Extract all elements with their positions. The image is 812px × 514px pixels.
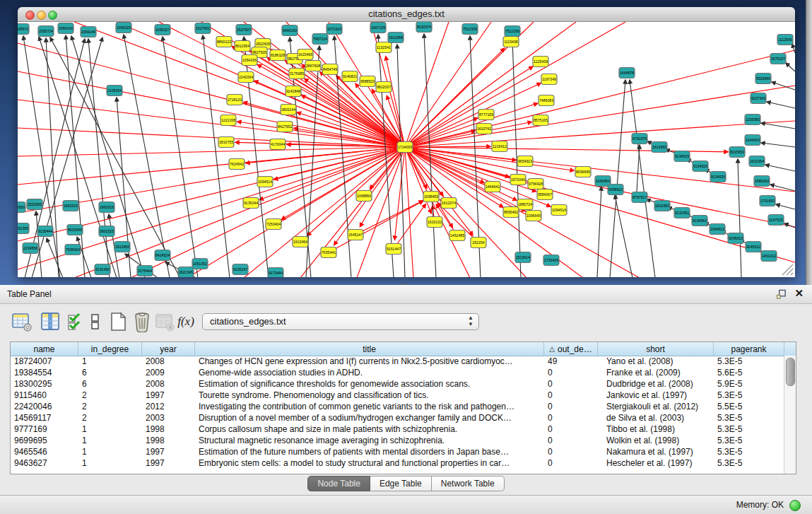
graph-node[interactable]: 7512335 <box>462 24 478 35</box>
graph-node[interactable]: 9822037 <box>376 82 392 93</box>
graph-node[interactable]: 1513614 <box>515 252 531 263</box>
graph-node[interactable]: 2621345 <box>178 267 194 278</box>
graph-edge-black[interactable] <box>50 37 180 277</box>
graph-node[interactable]: 1527607 <box>236 25 252 35</box>
graph-node[interactable]: 9654923 <box>517 156 533 167</box>
column-header-title[interactable]: title <box>195 342 544 356</box>
graph-edge-black[interactable] <box>124 35 170 277</box>
graph-node[interactable]: 1913455 <box>652 142 667 153</box>
graph-edge-black[interactable] <box>767 102 795 108</box>
graph-node[interactable]: 8777165 <box>478 110 494 120</box>
network-graph[interactable]: 1724005886012389129541822605982750581863… <box>18 22 795 277</box>
graph-node[interactable]: 1132541 <box>376 42 392 53</box>
graph-node[interactable]: 8427552 <box>277 122 293 132</box>
graph-node[interactable]: 8186328 <box>270 50 286 61</box>
graph-node[interactable]: 1221338 <box>220 115 236 126</box>
graph-node[interactable]: 1464641 <box>485 182 500 192</box>
table-selector-dropdown[interactable]: citations_edges.txt ▲▼ <box>202 313 479 330</box>
graph-node[interactable]: 9329966 <box>755 74 771 84</box>
graph-node[interactable]: 2718120 <box>227 95 242 105</box>
graph-node[interactable]: 1589293 <box>754 176 770 187</box>
graph-node[interactable]: 7624542 <box>229 159 245 170</box>
graph-node[interactable]: 3051355 <box>18 223 29 234</box>
graph-node[interactable]: 1197349 <box>541 74 557 85</box>
graph-edge-red[interactable] <box>131 147 405 277</box>
graph-edge-black[interactable] <box>738 159 741 277</box>
graph-node[interactable]: 1938455 <box>423 192 439 202</box>
table-row[interactable]: 1456911722003Disruption of a novel membe… <box>11 412 784 424</box>
graph-node[interactable]: 4170044 <box>270 139 286 150</box>
column-header-pagerank[interactable]: pagerank <box>714 342 784 356</box>
tab-edge-table[interactable]: Edge Table <box>370 476 432 491</box>
close-panel-icon[interactable]: ✕ <box>794 287 804 300</box>
graph-edge-black[interactable] <box>637 145 640 192</box>
graph-node[interactable]: 1810755 <box>218 137 234 148</box>
table-row[interactable]: 2242004622012Investigating the contribut… <box>11 401 784 412</box>
graph-node[interactable]: 1065327 <box>155 25 170 35</box>
graph-node[interactable]: 1701650 <box>760 196 775 206</box>
graph-node[interactable]: 7635424 <box>65 245 81 255</box>
graph-edge-red[interactable] <box>18 100 405 147</box>
graph-node[interactable]: 2069140 <box>58 23 73 34</box>
vertical-scrollbar[interactable] <box>784 356 796 474</box>
graph-edge-black[interactable] <box>776 204 795 209</box>
graph-node[interactable]: 1963316 <box>99 202 114 213</box>
graph-node[interactable]: 9134562 <box>692 216 707 226</box>
graph-node[interactable]: 9245013 <box>728 233 743 244</box>
graph-node[interactable]: 2913456 <box>114 242 130 252</box>
graph-node[interactable]: 9134525 <box>693 161 708 172</box>
new-file-icon[interactable] <box>107 311 129 332</box>
graph-node[interactable]: 9134535 <box>710 172 726 182</box>
function-icon[interactable]: f(x) <box>175 311 196 332</box>
graph-node[interactable]: 7635441 <box>321 247 336 258</box>
graph-edge-black[interactable] <box>203 35 230 277</box>
network-canvas[interactable]: 1724005886012389129541822605982750581863… <box>18 22 795 277</box>
graph-node[interactable]: 8424524 <box>155 250 170 261</box>
graph-edge-black[interactable] <box>784 223 795 228</box>
graph-node[interactable]: 1724005 <box>397 142 413 153</box>
graph-node[interactable]: 1094512 <box>710 224 725 235</box>
graph-node[interactable]: 9135444 <box>37 226 53 237</box>
graph-node[interactable]: 9132455 <box>95 264 110 275</box>
scrollbar-thumb[interactable] <box>786 358 795 386</box>
resize-grip-icon[interactable] <box>782 264 793 275</box>
graph-node[interactable]: 9151447 <box>386 244 401 255</box>
graph-edge-black[interactable] <box>761 143 795 147</box>
graph-node[interactable]: 9584067 <box>537 189 553 200</box>
graph-node[interactable]: 8130974 <box>416 22 432 33</box>
graph-node[interactable]: 1621064 <box>749 156 765 167</box>
graph-node[interactable]: 1216412 <box>492 141 507 152</box>
graph-node[interactable]: 8215953 <box>729 147 745 158</box>
graph-node[interactable]: 1612074 <box>441 198 457 209</box>
column-header-year[interactable]: year <box>142 342 195 356</box>
graph-node[interactable]: 1545147 <box>348 230 363 240</box>
graph-node[interactable]: 1096645 <box>526 211 541 221</box>
graph-node[interactable]: 1615132 <box>427 217 442 228</box>
graph-node[interactable]: 6466160 <box>282 25 298 36</box>
graph-node[interactable]: 1452485 <box>449 230 465 241</box>
graph-node[interactable]: 1054336 <box>242 55 257 66</box>
graph-node[interactable]: 8797917 <box>632 192 647 203</box>
graph-node[interactable]: 2069146 <box>81 27 96 37</box>
graph-edge-black[interactable] <box>23 36 60 277</box>
graph-node[interactable]: 2803144 <box>281 105 296 115</box>
graph-edge-black[interactable] <box>792 44 795 53</box>
graph-node[interactable]: 9135244 <box>243 198 259 209</box>
graph-node[interactable]: 1880724 <box>517 199 533 210</box>
graph-edge-red[interactable] <box>405 147 413 277</box>
graph-node[interactable]: 9358922 <box>608 185 623 195</box>
graph-edge-black[interactable] <box>761 123 795 129</box>
graph-node[interactable]: 8099695 <box>575 167 591 177</box>
graph-node[interactable]: 1615466 <box>298 49 313 60</box>
memory-status-indicator[interactable] <box>789 500 801 511</box>
column-header-in_degree[interactable]: in_degree <box>78 342 142 356</box>
graph-node[interactable]: 2242004 <box>238 72 254 83</box>
table-row[interactable]: 1938455462009Genome-wide association stu… <box>11 367 784 378</box>
graph-node[interactable]: 9134515 <box>674 151 690 162</box>
column-header-name[interactable]: name <box>11 342 78 356</box>
column-header-out_de[interactable]: △out_de… <box>544 342 598 356</box>
graph-node[interactable]: 9245012 <box>746 242 761 252</box>
graph-edge-red[interactable] <box>329 201 423 252</box>
graph-node[interactable]: 1071915 <box>326 24 342 35</box>
graph-node[interactable]: 9135247 <box>233 264 248 275</box>
